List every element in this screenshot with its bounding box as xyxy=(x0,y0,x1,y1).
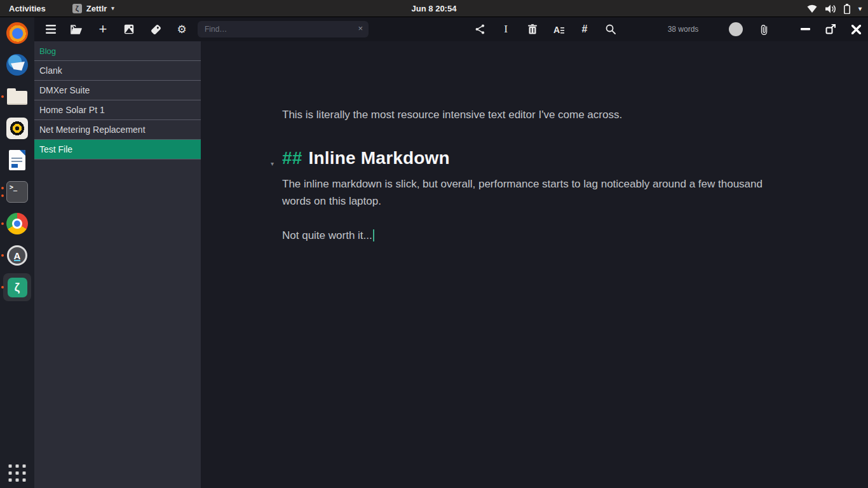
zettlr-active-tile: ζ xyxy=(3,273,31,301)
dock-item-terminal[interactable]: >_ xyxy=(0,176,34,208)
files-icon xyxy=(7,88,27,105)
tag-icon[interactable] xyxy=(149,22,163,36)
paragraph-text: Not quite worth it... xyxy=(282,229,372,241)
minimize-icon[interactable] xyxy=(797,22,813,37)
svg-text:A: A xyxy=(553,25,560,34)
close-icon[interactable] xyxy=(848,22,864,37)
fold-arrow-icon[interactable]: ▾ xyxy=(271,155,274,172)
dock-item-libreoffice-writer[interactable] xyxy=(0,144,34,176)
image-icon[interactable] xyxy=(122,22,136,36)
clock[interactable]: Jun 8 20:54 xyxy=(412,0,457,17)
editor-paragraph: This is literally the most resource inte… xyxy=(282,106,766,123)
running-dot xyxy=(1,194,4,197)
heading-text: Inline Markdown xyxy=(309,148,450,168)
system-status-area[interactable]: ▾ xyxy=(807,0,862,17)
zettlr-appmenu-icon: ζ xyxy=(72,4,82,13)
dock-item-zettlr[interactable]: ζ xyxy=(0,271,34,303)
heading-block: ▾ ##Inline Markdown xyxy=(282,147,766,169)
running-dot xyxy=(1,187,4,189)
text-cursor xyxy=(373,229,374,241)
search-icon[interactable] xyxy=(604,22,618,36)
file-list-item[interactable]: Net Metering Replacement xyxy=(34,120,201,140)
file-list-item[interactable]: DMXer Suite xyxy=(34,81,201,100)
running-dot xyxy=(1,222,4,225)
firefox-icon xyxy=(6,22,28,44)
chevron-down-icon: ▾ xyxy=(111,5,114,11)
volume-icon xyxy=(825,4,836,13)
gear-icon[interactable]: ⚙ xyxy=(175,22,189,36)
file-list-item[interactable]: Clank xyxy=(34,61,201,81)
dock: >_ A ζ xyxy=(0,17,34,488)
font-icon[interactable]: A xyxy=(552,22,566,36)
gnome-top-bar: Activities ζ Zettlr ▾ Jun 8 20:54 ▾ xyxy=(0,0,868,17)
find-input[interactable] xyxy=(198,21,369,37)
file-manager-pane: Blog Clank DMXer Suite Home Solar Pt 1 N… xyxy=(34,41,201,488)
open-folder-icon[interactable] xyxy=(69,22,83,36)
share-icon[interactable] xyxy=(473,22,487,36)
chrome-icon xyxy=(6,213,28,234)
hashtag-icon[interactable]: # xyxy=(578,22,592,36)
app-menu-title: Zettlr xyxy=(86,4,107,13)
file-list-item-selected[interactable]: Test File xyxy=(34,140,201,159)
editor-paragraph: The inline markdown is slick, but overal… xyxy=(282,175,766,210)
zettlr-toolbar: + ⚙ × I A # 38 words xyxy=(34,17,868,41)
dock-item-files[interactable] xyxy=(0,81,34,112)
menu-icon[interactable] xyxy=(44,22,58,36)
app-menu-button[interactable]: ζ Zettlr ▾ xyxy=(72,4,114,13)
file-list-item[interactable]: Home Solar Pt 1 xyxy=(34,100,201,120)
editor-content[interactable]: This is literally the most resource inte… xyxy=(282,106,766,244)
rhythmbox-icon xyxy=(6,118,28,139)
find-clear-icon[interactable]: × xyxy=(358,24,363,33)
dock-item-rhythmbox[interactable] xyxy=(0,112,34,144)
dock-item-firefox[interactable] xyxy=(0,17,34,49)
running-dot xyxy=(1,286,4,288)
libreoffice-writer-icon xyxy=(9,150,25,170)
trash-icon[interactable] xyxy=(526,22,539,36)
zettlr-icon: ζ xyxy=(8,278,27,297)
wifi-icon xyxy=(807,4,817,13)
pomodoro-circle-icon[interactable] xyxy=(729,22,743,36)
a-utility-app-icon: A xyxy=(7,245,27,266)
heading-2: ##Inline Markdown xyxy=(282,147,766,169)
running-dot xyxy=(1,95,4,98)
paperclip-icon[interactable] xyxy=(757,22,771,36)
thunderbird-icon xyxy=(6,54,28,76)
dock-item-chrome[interactable] xyxy=(0,208,34,240)
activities-button[interactable]: Activities xyxy=(0,0,55,17)
heading-hashes: ## xyxy=(282,148,302,168)
find-field-wrap: × xyxy=(198,21,369,37)
word-count: 38 words xyxy=(648,17,718,41)
running-dot xyxy=(1,254,4,257)
restore-icon[interactable] xyxy=(823,22,838,37)
battery-icon xyxy=(844,4,850,14)
terminal-icon: >_ xyxy=(6,181,28,203)
ibeam-icon[interactable]: I xyxy=(499,22,513,36)
chevron-down-icon: ▾ xyxy=(858,5,862,12)
dock-item-thunderbird[interactable] xyxy=(0,49,34,81)
dock-item-a-utility-app[interactable]: A xyxy=(0,240,34,271)
editor-pane[interactable]: This is literally the most resource inte… xyxy=(201,41,868,488)
directory-header[interactable]: Blog xyxy=(34,41,201,61)
show-applications-button[interactable] xyxy=(9,464,26,482)
editor-paragraph: Not quite worth it... xyxy=(282,227,766,244)
plus-icon[interactable]: + xyxy=(96,22,110,36)
